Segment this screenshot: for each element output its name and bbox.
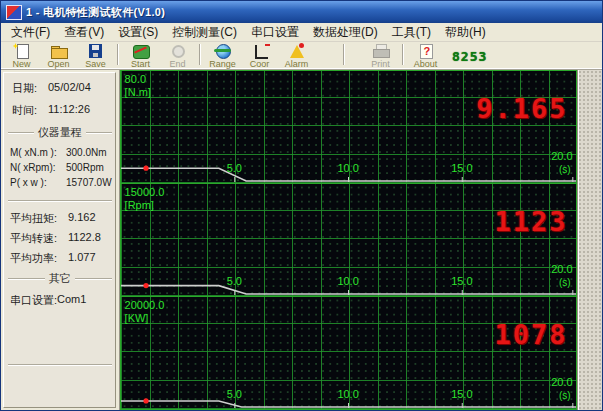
toolbar-separator (117, 44, 119, 65)
open-button[interactable]: Open (40, 43, 77, 69)
x-tick-5: 5.0 (227, 275, 242, 287)
menu-item-view[interactable]: 查看(V) (57, 23, 111, 42)
date-row: 日期: 05/02/04 (12, 81, 112, 96)
x-tick-20: 20.0 (551, 376, 572, 388)
avg-torque-label: 平均扭矩: (10, 211, 68, 226)
x-tick-20: 20.0 (551, 263, 572, 275)
torque-range-row: M( xN.m ): 300.0Nm (10, 147, 112, 158)
torque-range-value: 300.0Nm (66, 147, 107, 158)
start-button-label: Start (131, 60, 150, 69)
menubar: 文件(F) 查看(V) 设置(S) 控制测量(C) 串口设置 数据处理(D) 工… (1, 23, 602, 42)
x-tick-10: 10.0 (337, 275, 358, 287)
chart-power[interactable]: 20000.0 [KW] 5.0 10.0 15.0 20.0 (s) 1078 (120, 296, 577, 410)
x-tick-10: 10.0 (337, 388, 358, 400)
main-content: 日期: 05/02/04 时间: 11:12:26 仪器量程 M( xN.m )… (1, 70, 602, 410)
menu-item-help[interactable]: 帮助(H) (438, 23, 493, 42)
serial-port-row: 串口设置: Com1 (10, 293, 112, 308)
x-tick-5: 5.0 (227, 162, 242, 174)
end-measure-icon (168, 44, 188, 59)
window-title: 1 - 电机特性测试软件(V1.0) (26, 5, 165, 20)
torque-reading-display: 9.165 (476, 93, 567, 124)
floppy-save-icon (86, 44, 106, 59)
x-tick-15: 15.0 (451, 162, 472, 174)
new-button[interactable]: New (3, 43, 40, 69)
power-y-axis-label: 20000.0 [KW] (125, 299, 165, 325)
x-axis-unit: (s) (559, 390, 571, 401)
time-label: 时间: (12, 103, 48, 118)
avg-power-value: 1.077 (68, 251, 96, 266)
toolbar-separator (199, 44, 201, 65)
app-window: 1 - 电机特性测试软件(V1.0) 文件(F) 查看(V) 设置(S) 控制测… (0, 0, 603, 411)
open-folder-icon (49, 44, 69, 59)
range-globe-icon (213, 44, 233, 59)
x-tick-10: 10.0 (337, 162, 358, 174)
chart-torque[interactable]: 80.0 [N.m] 5.0 10.0 15.0 20.0 (s) 9.165 (120, 70, 577, 184)
torque-y-axis-label: 80.0 [N.m] (125, 73, 151, 99)
time-value: 11:12:26 (48, 103, 90, 118)
coor-button[interactable]: Coor (241, 43, 278, 69)
avg-torque-value: 9.162 (68, 211, 96, 226)
toolbar-separator (402, 44, 404, 65)
end-button-label: End (169, 60, 185, 69)
speed-range-value: 500Rpm (66, 162, 104, 173)
alarm-button[interactable]: Alarm (278, 43, 315, 69)
power-range-label: P( x w ): (10, 177, 66, 188)
power-range-row: P( x w ): 15707.0W (10, 177, 112, 188)
avg-power-label: 平均功率: (10, 251, 68, 266)
serial-port-value: Com1 (57, 293, 86, 308)
start-measure-icon (131, 44, 151, 59)
toolbar: New Open Save Start End Range Coor (1, 42, 602, 70)
date-value: 05/02/04 (48, 81, 91, 96)
right-texture-strip (577, 70, 602, 410)
start-button[interactable]: Start (122, 43, 159, 69)
torque-range-label: M( xN.m ): (10, 147, 66, 158)
divider (8, 200, 112, 201)
range-button-label: Range (209, 60, 236, 69)
x-tick-15: 15.0 (451, 275, 472, 287)
menu-item-tools[interactable]: 工具(T) (385, 23, 438, 42)
new-file-icon (12, 44, 32, 59)
power-range-value: 15707.0W (66, 177, 112, 188)
open-button-label: Open (47, 60, 69, 69)
speed-range-row: N( xRpm): 500Rpm (10, 162, 112, 173)
chart-speed[interactable]: 15000.0 [Rpm] 5.0 10.0 15.0 20.0 (s) 112… (120, 183, 577, 297)
print-button-label: Print (371, 60, 390, 69)
x-tick-20: 20.0 (551, 150, 572, 162)
x-axis-unit: (s) (559, 277, 571, 288)
about-question-icon (416, 44, 436, 59)
x-tick-5: 5.0 (227, 388, 242, 400)
other-group-header: 其它 (8, 271, 112, 286)
power-reading-display: 1078 (495, 319, 568, 350)
save-button[interactable]: Save (77, 43, 114, 69)
menu-item-control-measure[interactable]: 控制测量(C) (165, 23, 244, 42)
serial-port-label: 串口设置: (10, 293, 57, 308)
print-button[interactable]: Print (362, 43, 399, 69)
printer-icon (371, 44, 391, 59)
info-sidebar: 日期: 05/02/04 时间: 11:12:26 仪器量程 M( xN.m )… (3, 72, 116, 408)
new-button-label: New (12, 60, 30, 69)
save-button-label: Save (85, 60, 106, 69)
alarm-button-label: Alarm (285, 60, 309, 69)
x-tick-15: 15.0 (451, 388, 472, 400)
about-button[interactable]: About (407, 43, 444, 69)
titlebar[interactable]: 1 - 电机特性测试软件(V1.0) (1, 1, 602, 23)
menu-item-serial-port[interactable]: 串口设置 (244, 23, 306, 42)
coordinate-axes-icon (250, 44, 270, 59)
coor-button-label: Coor (250, 60, 270, 69)
avg-speed-row: 平均转速: 1122.8 (10, 231, 112, 246)
alarm-warning-icon (287, 44, 307, 59)
avg-speed-label: 平均转速: (10, 231, 68, 246)
about-button-label: About (414, 60, 438, 69)
avg-torque-row: 平均扭矩: 9.162 (10, 211, 112, 226)
range-button[interactable]: Range (204, 43, 241, 69)
date-label: 日期: (12, 81, 48, 96)
divider (8, 364, 112, 365)
speed-range-label: N( xRpm): (10, 162, 66, 173)
sample-counter-display: 8253 (452, 49, 487, 64)
speed-y-axis-label: 15000.0 [Rpm] (125, 186, 165, 212)
menu-item-file[interactable]: 文件(F) (4, 23, 57, 42)
menu-item-data-processing[interactable]: 数据处理(D) (306, 23, 385, 42)
avg-power-row: 平均功率: 1.077 (10, 251, 112, 266)
menu-item-settings[interactable]: 设置(S) (111, 23, 165, 42)
end-button[interactable]: End (159, 43, 196, 69)
